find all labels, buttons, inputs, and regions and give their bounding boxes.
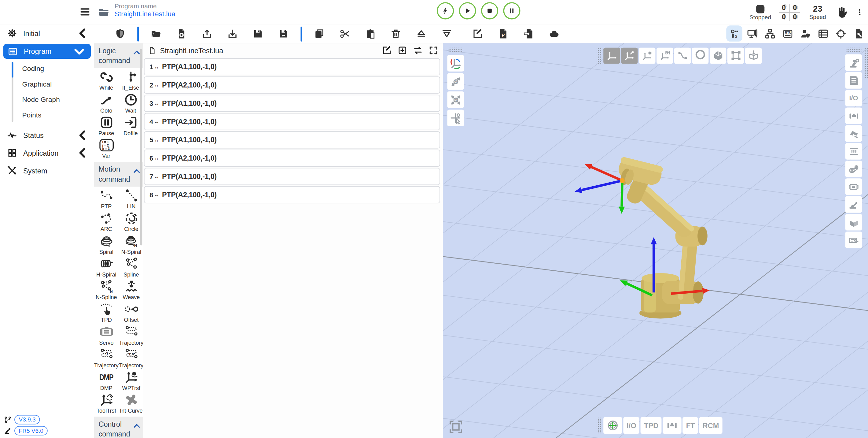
more-menu-icon[interactable] (856, 5, 863, 19)
drag-handle-icon[interactable] (448, 48, 463, 53)
version-badge[interactable]: V3.9.3 (14, 415, 40, 425)
command-trajectory-j[interactable]: JTrajectory (94, 347, 119, 369)
sidebar-subitem-graphical[interactable]: Graphical (0, 77, 94, 92)
rcm-overlay-button[interactable]: RCM (699, 417, 722, 434)
viewport-fullscreen-icon[interactable] (448, 419, 463, 434)
io-panel-button[interactable]: I/O (845, 90, 862, 106)
robot-3d-viewport[interactable]: MM I/O I/OTPDFTRCM (443, 43, 868, 438)
program-line[interactable]: 1↔PTP(A1,100,-1,0) (144, 58, 440, 75)
command-while[interactable]: While (94, 70, 119, 91)
boundary-display-button[interactable] (727, 48, 744, 64)
log-panel-button[interactable] (845, 72, 862, 88)
new-file-button[interactable] (176, 28, 187, 39)
reorder-lines-button[interactable] (413, 46, 423, 56)
version-badge[interactable]: FR5 V6.0 (14, 426, 48, 436)
palette-section-header[interactable]: Motion command (94, 162, 143, 187)
servo-device-button[interactable] (845, 178, 862, 195)
command-var[interactable]: i = 1j = 2k = 3Var (94, 138, 119, 159)
viewport-edge-drag-handle[interactable] (864, 48, 868, 79)
sidebar-item-application[interactable]: Application (0, 144, 94, 162)
robot-model[interactable] (617, 156, 708, 318)
upload-button[interactable] (202, 28, 212, 39)
conveyor-button[interactable] (845, 160, 862, 177)
teach-pendant-button[interactable] (744, 25, 760, 41)
program-line[interactable]: 7↔PTP(A1,100,-1,0) (144, 168, 440, 185)
ft-overlay-button[interactable]: FT (683, 417, 699, 434)
open-file-button[interactable] (151, 28, 162, 39)
save-button[interactable] (252, 28, 264, 39)
robot-model-button[interactable] (845, 54, 862, 71)
model-display-button[interactable] (710, 48, 726, 64)
drag-handle-icon[interactable] (597, 48, 602, 64)
chevron-up-icon[interactable] (133, 168, 140, 175)
add-line-button[interactable] (397, 46, 407, 56)
palette-section-header[interactable]: Logic command (94, 43, 143, 68)
program-line[interactable]: 2↔PTP(A2,100,-1,0) (144, 77, 440, 94)
base-frame-button[interactable] (603, 48, 620, 64)
paste-button[interactable] (365, 28, 376, 39)
palette-scrollbar[interactable] (140, 49, 142, 245)
palette-section-header[interactable]: Control command (94, 417, 143, 438)
expand-editor-button[interactable] (429, 46, 439, 56)
save-as-button[interactable] (278, 28, 289, 39)
jog-free-button[interactable]: M (447, 91, 464, 108)
copy-button[interactable] (314, 28, 325, 39)
program-line[interactable]: 8↔PTP(A2,100,-1,0) (144, 186, 440, 203)
command-if-else[interactable]: If_Else (119, 70, 143, 91)
modbus-rtu-button[interactable]: RTU (779, 25, 796, 41)
jog-linear-button[interactable]: M (447, 73, 464, 90)
command-trajectory[interactable]: Trajectory (119, 325, 143, 346)
command-wait[interactable]: Wait (119, 93, 143, 114)
command-tpd[interactable]: TPD (94, 302, 119, 323)
sidebar-item-status[interactable]: Status (0, 126, 94, 144)
edit-line-button[interactable] (382, 46, 392, 56)
command-lin[interactable]: LIN (119, 188, 143, 209)
welding-torch-button[interactable] (845, 196, 862, 212)
command-n-spline[interactable]: NN-Spline (94, 279, 119, 300)
network-button[interactable] (762, 25, 778, 41)
command-n-spiral[interactable]: NN-Spiral (119, 234, 143, 255)
pause-button[interactable] (503, 2, 520, 19)
command-goto[interactable]: Goto (94, 93, 119, 114)
chevron-up-icon[interactable] (133, 423, 140, 430)
file-config-button[interactable] (850, 25, 866, 41)
pick-point-button[interactable] (447, 110, 464, 126)
download-button[interactable] (227, 28, 238, 39)
cut-button[interactable] (339, 28, 350, 39)
sidebar-item-initial[interactable]: Initial (0, 25, 94, 42)
sidebar-item-system[interactable]: System (0, 162, 94, 179)
sidebar-item-program[interactable]: Program (3, 44, 91, 59)
tool-frame-button[interactable] (621, 48, 638, 64)
program-line[interactable]: 5↔PTP(A1,100,-1,0) (144, 131, 440, 148)
target-button[interactable] (833, 25, 849, 41)
sidebar-subitem-points[interactable]: Points (0, 107, 94, 123)
drag-handle-icon[interactable] (597, 418, 602, 433)
eject-button[interactable] (416, 28, 427, 39)
command-circle-cmd[interactable]: Circle (119, 211, 143, 232)
user-security-button[interactable] (797, 25, 813, 41)
register-table-button[interactable] (815, 25, 831, 41)
drag-handle-icon[interactable] (846, 48, 862, 53)
end-tool-mount-button[interactable] (845, 107, 862, 124)
command-trajectory-la[interactable]: LATrajectory (119, 347, 143, 369)
import-file-button[interactable] (523, 28, 534, 39)
circle-display-button[interactable] (692, 48, 709, 64)
extend-frame-button[interactable] (656, 48, 673, 64)
stop-button[interactable] (481, 2, 498, 19)
program-line[interactable]: 6↔PTP(A2,100,-1,0) (144, 150, 440, 167)
sensor-tool-button[interactable]: S (726, 25, 742, 41)
protect-button[interactable] (115, 28, 126, 39)
hamburger-menu-icon[interactable] (79, 6, 91, 18)
command-offset[interactable]: Offset (119, 302, 143, 323)
edit-program-button[interactable] (472, 28, 483, 39)
program-file-link[interactable]: StraightLineTest.lua (115, 10, 176, 19)
filter-button[interactable] (441, 28, 452, 39)
command-dmp[interactable]: DMPDMP (94, 370, 119, 391)
tpd-overlay-button[interactable]: TPD (641, 417, 662, 434)
delete-button[interactable] (390, 28, 401, 39)
gripper-button[interactable] (845, 125, 862, 142)
command-tooltrsf[interactable]: ToolTrsf (94, 393, 119, 414)
path-display-button[interactable] (674, 48, 691, 64)
sidebar-subitem-node-graph[interactable]: Node Graph (0, 92, 94, 108)
io-overlay-button[interactable]: I/O (623, 417, 640, 434)
